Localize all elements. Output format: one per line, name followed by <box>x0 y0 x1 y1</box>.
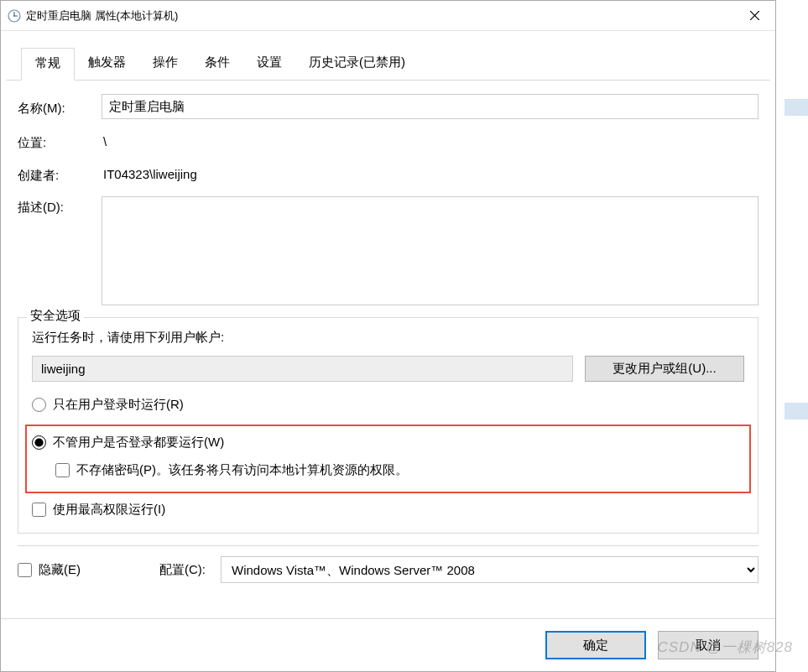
svg-point-3 <box>13 15 15 17</box>
radio-any-label: 不管用户是否登录都要运行(W) <box>53 435 224 451</box>
tab-conditions[interactable]: 条件 <box>191 48 243 80</box>
close-button[interactable] <box>735 3 774 29</box>
window-title: 定时重启电脑 属性(本地计算机) <box>26 8 735 23</box>
name-label: 名称(M): <box>18 97 102 117</box>
description-input[interactable] <box>102 196 758 305</box>
ok-button[interactable]: 确定 <box>545 631 646 659</box>
task-properties-dialog: 定时重启电脑 属性(本地计算机) 常规 触发器 操作 条件 设置 历史记录(已禁… <box>0 0 776 672</box>
location-value: \ <box>102 131 758 152</box>
checkbox-no-store-password[interactable] <box>55 463 70 477</box>
security-options-group: 安全选项 运行任务时，请使用下列用户帐户: liweijing 更改用户或组(U… <box>18 317 758 534</box>
titlebar: 定时重启电脑 属性(本地计算机) <box>1 1 775 31</box>
author-label: 创建者: <box>18 164 102 184</box>
checkbox-hidden[interactable] <box>18 563 32 577</box>
tab-settings[interactable]: 设置 <box>243 48 295 80</box>
dialog-footer: 确定 取消 <box>1 618 775 671</box>
run-as-text: 运行任务时，请使用下列用户帐户: <box>32 330 744 346</box>
tab-general[interactable]: 常规 <box>21 48 75 81</box>
tab-triggers[interactable]: 触发器 <box>75 48 139 80</box>
hidden-check-row[interactable]: 隐藏(E) <box>18 562 81 578</box>
security-legend: 安全选项 <box>27 308 84 324</box>
highest-priv-row[interactable]: 使用最高权限运行(I) <box>32 502 744 518</box>
location-label: 位置: <box>18 132 102 151</box>
author-value: IT04323\liweijing <box>102 164 758 185</box>
configure-for-label: 配置(C): <box>159 562 206 578</box>
highlight-annotation: 不管用户是否登录都要运行(W) 不存储密码(P)。该任务将只有访问本地计算机资源… <box>25 425 751 493</box>
radio-any[interactable] <box>32 435 46 450</box>
tab-bar: 常规 触发器 操作 条件 设置 历史记录(已禁用) <box>6 31 770 81</box>
description-label: 描述(D): <box>18 196 102 216</box>
hidden-label: 隐藏(E) <box>39 562 81 578</box>
no-store-password-row[interactable]: 不存储密码(P)。该任务将只有访问本地计算机资源的权限。 <box>55 462 744 478</box>
radio-logged-on-label: 只在用户登录时运行(R) <box>53 397 184 413</box>
no-store-password-label: 不存储密码(P)。该任务将只有访问本地计算机资源的权限。 <box>76 462 408 478</box>
radio-logged-on[interactable] <box>32 398 46 412</box>
tab-actions[interactable]: 操作 <box>139 48 191 80</box>
clock-icon <box>8 9 21 23</box>
tab-history[interactable]: 历史记录(已禁用) <box>295 48 419 80</box>
tab-content-general: 名称(M): 位置: \ 创建者: IT04323\liweijing 描述(D… <box>1 81 775 618</box>
radio-logged-on-row[interactable]: 只在用户登录时运行(R) <box>32 397 744 413</box>
user-account-display: liweijing <box>32 356 573 382</box>
radio-any-row[interactable]: 不管用户是否登录都要运行(W) <box>32 435 744 451</box>
highest-priv-label: 使用最高权限运行(I) <box>53 502 165 518</box>
name-input[interactable] <box>102 94 758 119</box>
cancel-button[interactable]: 取消 <box>658 631 758 659</box>
config-row: 隐藏(E) 配置(C): Windows Vista™、Windows Serv… <box>18 545 758 583</box>
change-user-button[interactable]: 更改用户或组(U)... <box>585 356 744 382</box>
configure-for-select[interactable]: Windows Vista™、Windows Server™ 2008 <box>221 556 758 583</box>
checkbox-highest-priv[interactable] <box>32 503 46 517</box>
